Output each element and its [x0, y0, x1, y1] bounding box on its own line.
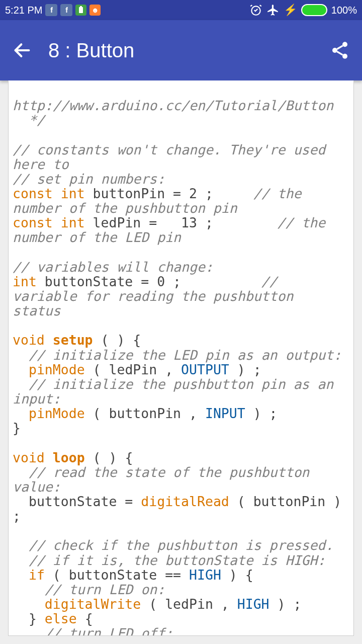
code-viewer[interactable]: http://www.arduino.cc/en/Tutorial/Button…	[8, 80, 354, 636]
svg-point-5	[332, 48, 337, 53]
back-button[interactable]	[10, 38, 34, 62]
status-left: 5:21 PM f f ☻	[5, 4, 101, 16]
status-right: ⚡ 100%	[249, 4, 357, 17]
charging-icon: ⚡	[284, 4, 297, 17]
svg-point-4	[342, 42, 347, 47]
facebook-icon: f	[60, 4, 72, 16]
code-content: http://www.arduino.cc/en/Tutorial/Button…	[9, 80, 353, 636]
face-icon: ☻	[89, 5, 101, 16]
alarm-icon	[249, 4, 262, 17]
battery-percent: 100%	[331, 5, 357, 16]
app-bar: 8 : Button	[0, 20, 362, 80]
status-time: 5:21 PM	[5, 5, 42, 16]
svg-rect-0	[79, 7, 83, 13]
page-title: 8 : Button	[48, 39, 134, 62]
battery-saver-icon	[75, 5, 86, 16]
svg-point-6	[342, 54, 347, 59]
facebook-icon: f	[45, 4, 57, 16]
share-button[interactable]	[328, 38, 352, 62]
svg-rect-1	[80, 6, 82, 7]
airplane-icon	[266, 4, 280, 17]
battery-icon	[301, 4, 327, 16]
status-bar: 5:21 PM f f ☻ ⚡ 100%	[0, 0, 362, 20]
